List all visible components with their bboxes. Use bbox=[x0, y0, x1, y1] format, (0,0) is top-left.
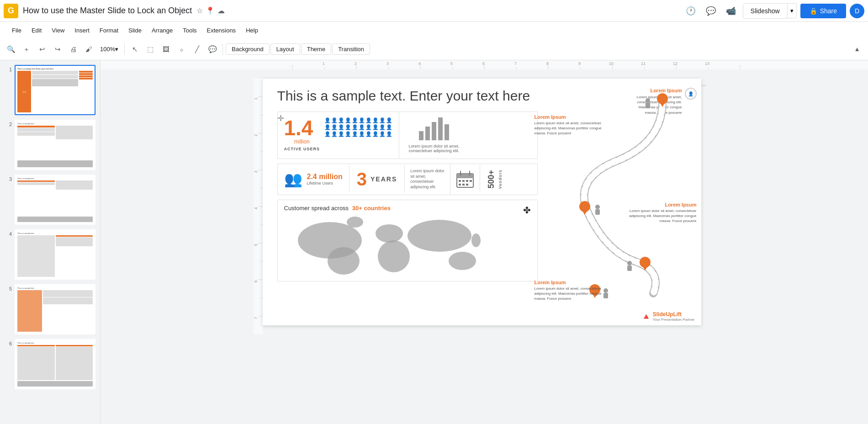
comment-button[interactable]: 💬 bbox=[205, 42, 220, 57]
svg-text:3: 3 bbox=[254, 170, 258, 173]
svg-point-83 bbox=[603, 288, 608, 293]
person-3 bbox=[627, 261, 632, 271]
slide-thumb-5[interactable]: 5 This is a sample text. bbox=[4, 283, 96, 335]
slideuplift-branding: 🔺 SlideUpLift Your Presentation Partner bbox=[641, 311, 695, 322]
zoom-select[interactable]: 100% ▾ bbox=[97, 44, 122, 54]
zoom-add-button[interactable]: + bbox=[19, 42, 34, 57]
menu-format[interactable]: Format bbox=[95, 25, 123, 36]
bar-chart-description: Lorem ipsum dolor sit amet, consectetuer… bbox=[407, 144, 461, 153]
slide-canvas-wrap: 1 2 3 4 5 6 7 ✛ Th bbox=[254, 69, 715, 334]
slide-thumb-4[interactable]: 4 This is a sample text. bbox=[4, 228, 96, 281]
world-map-svg bbox=[284, 215, 503, 275]
years-number: 3 bbox=[357, 170, 367, 188]
star-icon[interactable]: ☆ bbox=[196, 6, 203, 15]
menu-insert[interactable]: Insert bbox=[70, 25, 94, 36]
app-icon: G bbox=[4, 4, 18, 18]
layout-button[interactable]: Layout bbox=[270, 43, 300, 55]
active-users-label: ACTIVE USERS bbox=[284, 147, 320, 151]
slide-preview-3[interactable]: This is a sample text. bbox=[15, 175, 95, 225]
slide-preview-6[interactable]: This is a sample text. bbox=[15, 339, 95, 389]
redo-button[interactable]: ↪ bbox=[50, 42, 65, 57]
slide-preview-5[interactable]: This is a sample text. bbox=[15, 284, 95, 334]
slide-thumb-6[interactable]: 6 This is a sample text. bbox=[4, 338, 96, 390]
video-button[interactable]: 📹 bbox=[723, 3, 739, 19]
slideuplift-icon: 🔺 bbox=[641, 312, 651, 322]
line-button[interactable]: ╱ bbox=[190, 42, 204, 57]
vendors-box: 500+ Vendors bbox=[480, 165, 509, 194]
location-icon[interactable]: 📍 bbox=[206, 6, 215, 15]
person-1 bbox=[646, 98, 650, 108]
slide-preview-1[interactable]: This is a sample text. Enter your text h… bbox=[15, 65, 95, 115]
vendors-label: Vendors bbox=[498, 170, 503, 189]
transition-button[interactable]: Transition bbox=[332, 43, 370, 55]
menu-file[interactable]: File bbox=[7, 25, 26, 36]
search-button[interactable]: 🔍 bbox=[4, 42, 18, 57]
comments-button[interactable]: 💬 bbox=[703, 3, 719, 19]
slide-thumb-3[interactable]: 3 This is a sample text. bbox=[4, 174, 96, 226]
print-button[interactable]: 🖨 bbox=[66, 42, 80, 57]
top-right-buttons: 🕐 💬 📹 Slideshow ▾ 🔒 Share D bbox=[683, 3, 864, 19]
svg-text:10: 10 bbox=[609, 61, 614, 66]
shape-button[interactable]: ⬦ bbox=[174, 42, 189, 57]
menu-help[interactable]: Help bbox=[241, 25, 263, 36]
theme-button[interactable]: Theme bbox=[301, 43, 331, 55]
menu-slide[interactable]: Slide bbox=[124, 25, 146, 36]
lifetime-label: Lifetime Users bbox=[307, 181, 343, 186]
svg-text:3: 3 bbox=[386, 61, 389, 66]
svg-text:4: 4 bbox=[254, 207, 258, 209]
slide-preview-4[interactable]: This is a sample text. bbox=[15, 229, 95, 280]
roadmap-item-1: Lorem Ipsum Lorem ipsum dolor sit amet, … bbox=[535, 114, 603, 136]
world-map-container bbox=[284, 215, 531, 276]
person-icon: 👤 bbox=[352, 124, 358, 130]
menu-extensions[interactable]: Extensions bbox=[202, 25, 241, 36]
menu-view[interactable]: View bbox=[47, 25, 69, 36]
slide-preview-2[interactable]: This is a sample text. bbox=[15, 120, 95, 170]
menu-arrange[interactable]: Arrange bbox=[147, 25, 177, 36]
cloud-icon[interactable]: ☁ bbox=[217, 6, 225, 15]
svg-text:11: 11 bbox=[641, 61, 646, 66]
slide-num-5: 5 bbox=[5, 284, 12, 292]
undo-button[interactable]: ↩ bbox=[35, 42, 49, 57]
svg-rect-51 bbox=[457, 174, 473, 178]
slideshow-dropdown-button[interactable]: ▾ bbox=[788, 3, 797, 18]
calendar-icon bbox=[456, 170, 474, 188]
person-icon-gray: 👤 bbox=[352, 131, 358, 137]
vendors-number: 500+ bbox=[487, 170, 496, 189]
group-icon: 👥 bbox=[284, 170, 302, 188]
background-button[interactable]: Background bbox=[226, 43, 269, 55]
slideuplift-text-group: SlideUpLift Your Presentation Partner bbox=[653, 311, 695, 322]
bar-1 bbox=[419, 131, 423, 140]
people-row-1: 👤 👤 👤 👤 👤 👤 👤 👤 👤 bbox=[324, 117, 392, 123]
bar-2 bbox=[425, 127, 430, 140]
history-button[interactable]: 🕐 bbox=[683, 3, 699, 19]
person-icon: 👤 bbox=[345, 124, 351, 130]
slide-thumb-2[interactable]: 2 This is a sample text. bbox=[4, 119, 96, 171]
roadmap-item-3: Lorem Ipsum Lorem ipsum dolor sit amet, … bbox=[535, 280, 603, 302]
person-icon: 👤 bbox=[372, 124, 379, 130]
svg-text:7: 7 bbox=[514, 61, 517, 66]
slideuplift-sub: Your Presentation Partner bbox=[653, 318, 695, 322]
slide-canvas[interactable]: ✛ This is a sample text. Enter your text… bbox=[263, 79, 701, 325]
slide-thumb-1[interactable]: 1 This is a sample text. Enter your text… bbox=[4, 64, 96, 116]
slideshow-button[interactable]: Slideshow bbox=[743, 3, 788, 19]
menu-edit[interactable]: Edit bbox=[27, 25, 46, 36]
svg-text:6: 6 bbox=[254, 280, 258, 282]
toolbar-divider-2 bbox=[222, 44, 223, 55]
menu-tools[interactable]: Tools bbox=[178, 25, 201, 36]
person-icon: 👤 bbox=[359, 124, 365, 130]
active-users-number: 1.4 bbox=[284, 117, 320, 138]
slide-num-1: 1 bbox=[5, 65, 12, 72]
image-button[interactable]: 🖼 bbox=[159, 42, 173, 57]
share-button[interactable]: 🔒 Share bbox=[800, 4, 846, 18]
roadmap-item-3-title: Lorem Ipsum bbox=[535, 280, 603, 285]
svg-point-66 bbox=[449, 252, 476, 270]
cursor-button[interactable]: ↖ bbox=[127, 42, 142, 57]
person-icon: 👤 bbox=[331, 131, 338, 137]
svg-text:9: 9 bbox=[578, 61, 581, 66]
person-icon: 👤 bbox=[338, 124, 344, 130]
svg-rect-56 bbox=[466, 180, 468, 182]
select-button[interactable]: ⬚ bbox=[143, 42, 158, 57]
collapse-toolbar-button[interactable]: ▲ bbox=[850, 42, 864, 57]
person-icon: 👤 bbox=[372, 117, 379, 123]
paint-format-button[interactable]: 🖌 bbox=[81, 42, 96, 57]
